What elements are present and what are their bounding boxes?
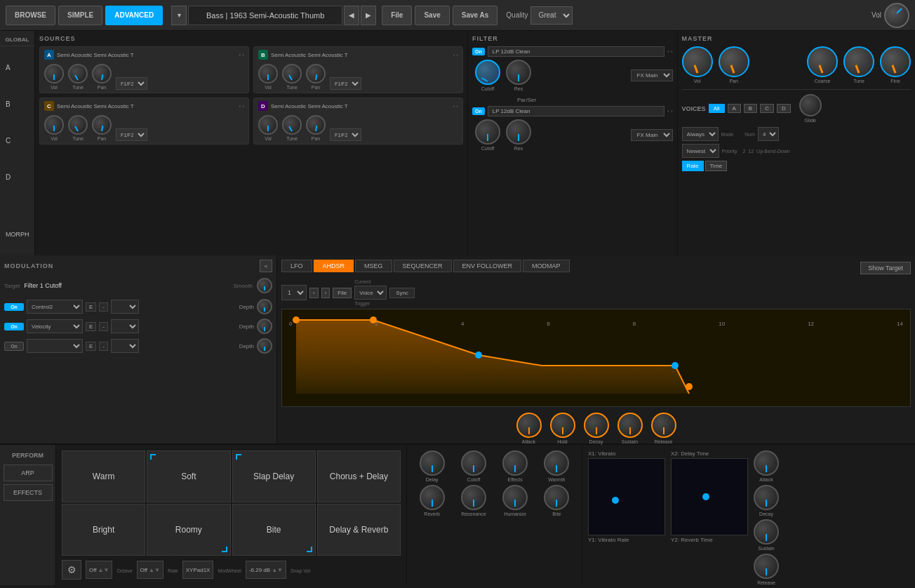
filter1-on-button[interactable]: On <box>472 48 485 55</box>
mod1-dash-button[interactable]: - <box>99 302 108 312</box>
mod3-dest-select[interactable] <box>111 339 139 353</box>
env-release-knob[interactable] <box>651 413 676 438</box>
preset-next-button[interactable]: ▶ <box>361 6 376 25</box>
env-tab-modmap[interactable]: MODMAP <box>523 260 570 272</box>
source-a-pan-knob[interactable] <box>92 64 112 83</box>
simple-button[interactable]: SIMPLE <box>58 6 102 25</box>
source-c-arrows[interactable]: ‹ › <box>239 103 244 109</box>
env-hold-knob[interactable] <box>550 413 575 438</box>
global-item-morph[interactable]: MORPH <box>0 216 34 253</box>
mod2-e-button[interactable]: E <box>86 322 96 331</box>
source-d-arrows[interactable]: ‹ › <box>453 103 458 109</box>
filter2-on-button[interactable]: On <box>472 107 485 115</box>
mod1-dest-select[interactable] <box>111 300 139 314</box>
filter1-fx-select[interactable]: FX Main <box>631 69 673 81</box>
env-attack-knob[interactable] <box>516 413 542 438</box>
source-b-vol-knob[interactable] <box>258 64 278 83</box>
source-b-f1f2-select[interactable]: F1/F2 <box>330 77 361 90</box>
env-tab-mseg[interactable]: MSEG <box>355 260 392 272</box>
rate-arrows[interactable]: ▲▼ <box>149 567 160 573</box>
source-d-pan-knob[interactable] <box>306 115 326 135</box>
env-tab-sequencer[interactable]: SEQUENCER <box>394 260 452 272</box>
xy-sustain-knob[interactable] <box>754 519 779 544</box>
preset-bright[interactable]: Bright <box>62 504 145 556</box>
voices-mode-select[interactable]: Always <box>682 127 719 141</box>
source-a-tune-knob[interactable] <box>68 64 88 83</box>
xy-release-knob[interactable] <box>754 554 779 579</box>
voice-b-button[interactable]: B <box>744 104 757 113</box>
mod1-depth-knob[interactable] <box>257 299 272 314</box>
source-c-pan-knob[interactable] <box>92 115 112 135</box>
lfo-prev-button[interactable]: ‹ <box>309 288 319 298</box>
source-b-pan-knob[interactable] <box>306 64 326 83</box>
fx-effects-knob[interactable] <box>502 450 528 476</box>
mod2-source-select[interactable]: Velocity <box>27 319 83 333</box>
voices-priority-select[interactable]: Newest <box>682 144 719 158</box>
master-coarse-knob[interactable] <box>807 46 838 77</box>
fx-warmth-knob[interactable] <box>544 450 569 476</box>
source-a-f1f2-select[interactable]: F1/F2 <box>116 77 147 90</box>
lfo-next-button[interactable]: › <box>321 288 330 298</box>
env-tab-lfo[interactable]: LFO <box>281 260 312 272</box>
glide-knob[interactable] <box>799 94 822 116</box>
mod2-dash-button[interactable]: - <box>99 322 108 331</box>
env-tab-env-follower[interactable]: ENV FOLLOWER <box>453 260 522 272</box>
modulation-collapse-button[interactable]: < <box>260 260 272 272</box>
source-b-arrows[interactable]: ‹ › <box>453 52 458 58</box>
source-d-vol-knob[interactable] <box>258 115 278 135</box>
browse-button[interactable]: BROWSE <box>6 6 55 25</box>
sync-button[interactable]: Sync <box>389 288 415 298</box>
file-button[interactable]: File <box>382 6 412 25</box>
voices-num-select[interactable]: 4 <box>758 127 779 141</box>
filter2-fx-select[interactable]: FX Main <box>631 129 673 141</box>
mod3-depth-knob[interactable] <box>257 338 272 354</box>
preset-soft[interactable]: Soft <box>147 450 230 502</box>
filter1-nav[interactable]: ‹ › <box>667 48 673 55</box>
preset-slap-delay[interactable]: Slap Delay <box>232 450 316 502</box>
preset-chorus-delay[interactable]: Chorus + Delay <box>317 450 401 502</box>
global-item-b[interactable]: B <box>0 86 34 122</box>
source-c-vol-knob[interactable] <box>44 115 64 135</box>
filter2-cutoff-knob[interactable] <box>475 119 500 145</box>
preset-roomy[interactable]: Roomy <box>147 504 230 556</box>
filter2-nav[interactable]: ‹ › <box>667 108 673 114</box>
source-b-tune-knob[interactable] <box>282 64 302 83</box>
gear-button[interactable]: ⚙ <box>62 560 81 580</box>
save-button[interactable]: Save <box>415 6 449 25</box>
mod3-dash-button[interactable]: - <box>99 342 108 351</box>
save-as-button[interactable]: Save As <box>453 6 498 25</box>
fx-reverb-knob[interactable] <box>420 485 445 510</box>
voice-d-button[interactable]: D <box>777 104 791 113</box>
global-item-d[interactable]: D <box>0 159 34 195</box>
source-c-f1f2-select[interactable]: F1/F2 <box>116 128 147 141</box>
global-item-a[interactable]: A <box>0 49 34 86</box>
source-d-tune-knob[interactable] <box>282 115 302 135</box>
fx-humanize-knob[interactable] <box>502 485 528 510</box>
filter2-res-knob[interactable] <box>506 119 531 145</box>
source-a-vol-knob[interactable] <box>44 64 64 83</box>
preset-prev-button[interactable]: ◀ <box>344 6 359 25</box>
lfo-file-button[interactable]: File <box>333 288 352 298</box>
fx-resonance-knob[interactable] <box>461 485 486 510</box>
voice-c-button[interactable]: C <box>760 104 774 113</box>
preset-delay-reverb[interactable]: Delay & Reverb <box>317 504 401 556</box>
env-decay-knob[interactable] <box>584 413 609 438</box>
time-button[interactable]: Time <box>705 161 727 171</box>
snap-vol-arrows[interactable]: ▲▼ <box>272 567 283 573</box>
env-tab-ahdsr[interactable]: AHDSR <box>314 260 354 272</box>
mod3-e-button[interactable]: E <box>86 342 96 351</box>
voice-select[interactable]: Voice <box>354 286 387 300</box>
xy-pad-x1[interactable] <box>588 458 665 535</box>
advanced-button[interactable]: ADVANCED <box>105 6 163 25</box>
env-sustain-knob[interactable] <box>617 413 643 438</box>
voice-all-button[interactable]: All <box>709 104 725 113</box>
xy-pad-x2[interactable] <box>671 458 748 535</box>
mod1-e-button[interactable]: E <box>86 302 96 312</box>
mod2-on-button[interactable]: On <box>4 323 24 330</box>
rate-button[interactable]: Rate <box>682 161 704 171</box>
fx-delay-knob[interactable] <box>420 450 445 476</box>
modulation-smooth-knob[interactable] <box>257 278 272 293</box>
lfo-num-select[interactable]: 1 <box>281 285 307 300</box>
source-a-arrows[interactable]: ‹ › <box>239 52 244 58</box>
voice-a-button[interactable]: A <box>728 104 741 113</box>
